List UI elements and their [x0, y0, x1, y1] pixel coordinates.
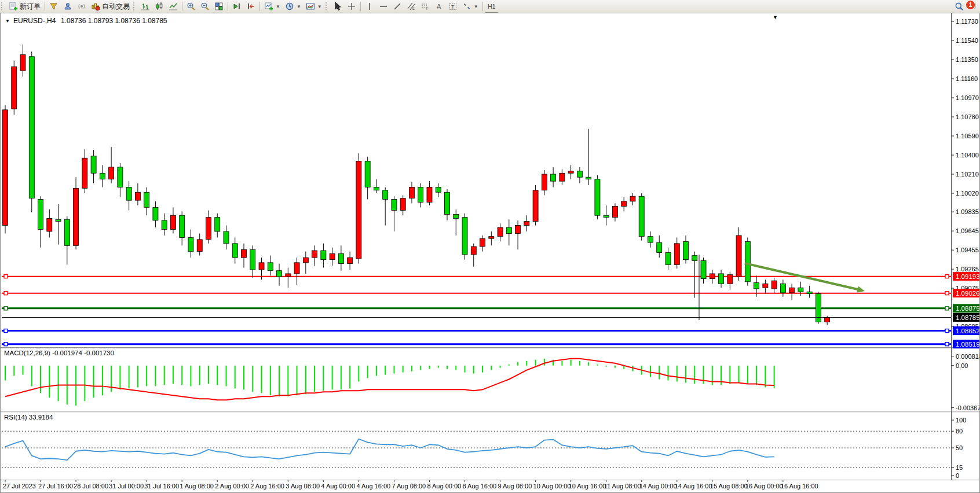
svg-text:E: E — [412, 7, 415, 10]
line-chart-button[interactable] — [166, 1, 180, 12]
periods-button[interactable]: ▼ — [283, 1, 303, 12]
date-label: 31 Jul 16:00 — [144, 483, 179, 490]
horizontal-line-button[interactable] — [376, 1, 390, 12]
macd-axis-label: 0.000818 — [956, 353, 979, 360]
market-watch-button[interactable] — [47, 1, 61, 12]
price-axis-label: 1.09645 — [956, 227, 979, 234]
text-icon: A — [434, 2, 444, 11]
crosshair-icon — [347, 2, 356, 11]
templates-button[interactable]: ▼ — [303, 1, 324, 12]
line-anchor-handle[interactable] — [4, 343, 8, 346]
signals-icon — [77, 2, 86, 11]
auto-scroll-button[interactable] — [230, 1, 244, 12]
zoom-in-icon — [187, 2, 196, 11]
text-label-button[interactable]: T — [446, 1, 460, 12]
line-anchor-handle[interactable] — [945, 329, 949, 333]
date-label: 14 Aug 16:00 — [675, 483, 712, 490]
price-axis-label: 1.11540 — [956, 37, 978, 44]
data-window-button[interactable] — [61, 1, 75, 12]
fibonacci-button[interactable]: F — [418, 1, 432, 12]
autotrading-icon — [91, 2, 100, 11]
new-order-button[interactable]: 新订单 — [6, 1, 43, 12]
separator — [360, 2, 361, 11]
svg-text:A: A — [437, 3, 441, 10]
cursor-button[interactable] — [331, 1, 345, 12]
zoom-in-button[interactable] — [184, 1, 198, 12]
price-label: 1.08519 — [956, 341, 979, 348]
equidistant-channel-icon: E — [407, 2, 416, 11]
date-label: 4 Aug 00:00 — [321, 483, 355, 490]
candle — [12, 61, 17, 115]
tile-windows-button[interactable] — [212, 1, 226, 12]
trendline-button[interactable] — [390, 1, 404, 12]
arrows-icon — [462, 2, 471, 11]
date-label: 4 Aug 16:00 — [356, 483, 390, 490]
candle — [816, 292, 821, 324]
date-label: 7 Aug 08:00 — [392, 483, 426, 490]
date-label: 27 Jul 2023 — [3, 483, 36, 490]
chart-ohlc: 1.08736 1.08793 1.08736 1.08785 — [61, 17, 167, 25]
price-label: 1.08875 — [956, 305, 979, 312]
date-label: 10 Aug 16:00 — [569, 483, 606, 490]
arrows-button[interactable]: ▼ — [460, 1, 481, 12]
date-label: 28 Jul 08:00 — [74, 483, 108, 490]
line-chart-icon — [169, 2, 178, 11]
zoom-out-icon — [200, 2, 210, 11]
line-anchor-handle[interactable] — [945, 307, 949, 310]
crosshair-button[interactable] — [345, 1, 359, 12]
indicators-button[interactable]: ▼ — [262, 1, 283, 12]
notification-badge[interactable]: 1 — [966, 0, 975, 10]
signals-button[interactable] — [75, 1, 89, 12]
line-anchor-handle[interactable] — [4, 292, 8, 295]
candle — [736, 227, 741, 281]
separator — [482, 2, 483, 11]
line-anchor-handle[interactable] — [4, 329, 8, 333]
separator — [182, 2, 182, 11]
candle — [356, 153, 361, 264]
line-anchor-handle[interactable] — [4, 275, 8, 278]
autotrading-button[interactable]: 自动交易 — [89, 1, 132, 12]
rsi-axis-label: 100 — [956, 417, 966, 424]
date-label: 31 Jul 00:00 — [109, 483, 144, 490]
templates-icon — [306, 2, 315, 11]
date-label: 11 Aug 08:00 — [604, 483, 641, 490]
price-axis-label: 1.10780 — [956, 113, 979, 120]
candle — [595, 175, 600, 219]
price-label: 1.08652 — [956, 328, 979, 334]
chevron-down-icon: ▼ — [297, 4, 301, 9]
fibonacci-icon: F — [420, 2, 430, 11]
candle — [29, 51, 34, 212]
date-label: 15 Aug 08:00 — [710, 483, 748, 490]
line-anchor-handle[interactable] — [945, 292, 949, 295]
timeframe-H1[interactable]: H1 — [485, 1, 499, 12]
search-icon[interactable] — [955, 2, 964, 11]
toolbar-right: 1 — [955, 0, 977, 13]
date-label: 14 Aug 00:00 — [639, 483, 677, 490]
chart-shift-button[interactable] — [244, 1, 258, 12]
indicators-icon — [264, 2, 273, 11]
equidistant-channel-button[interactable]: E — [404, 1, 418, 12]
chart-shift-icon — [246, 2, 255, 11]
bar-chart-button[interactable] — [138, 1, 152, 12]
line-anchor-handle[interactable] — [4, 307, 8, 310]
line-anchor-handle[interactable] — [945, 343, 949, 346]
date-label: 27 Jul 16:00 — [38, 483, 73, 490]
market-watch-icon — [49, 2, 58, 11]
cursor-icon — [333, 2, 342, 11]
date-label: 3 Aug 08:00 — [286, 483, 320, 490]
chevron-down-icon: ▼ — [474, 4, 478, 9]
line-anchor-handle[interactable] — [945, 275, 949, 278]
trendline-icon — [393, 2, 402, 11]
zoom-out-button[interactable] — [198, 1, 212, 12]
text-button[interactable]: A — [432, 1, 446, 12]
candlestick-chart-button[interactable] — [152, 1, 166, 12]
candle — [639, 193, 644, 241]
price-label: 1.08785 — [956, 314, 979, 321]
date-label: 16 Aug 16:00 — [781, 483, 818, 490]
new-order-icon — [9, 2, 18, 11]
horizontal-line-icon — [379, 2, 388, 11]
text-label-icon: T — [448, 2, 458, 11]
vertical-line-button[interactable] — [363, 1, 376, 12]
date-label: 10 Aug 00:00 — [533, 483, 571, 490]
price-chart: 1.117301.115401.113501.111601.109701.107… — [1, 13, 979, 492]
